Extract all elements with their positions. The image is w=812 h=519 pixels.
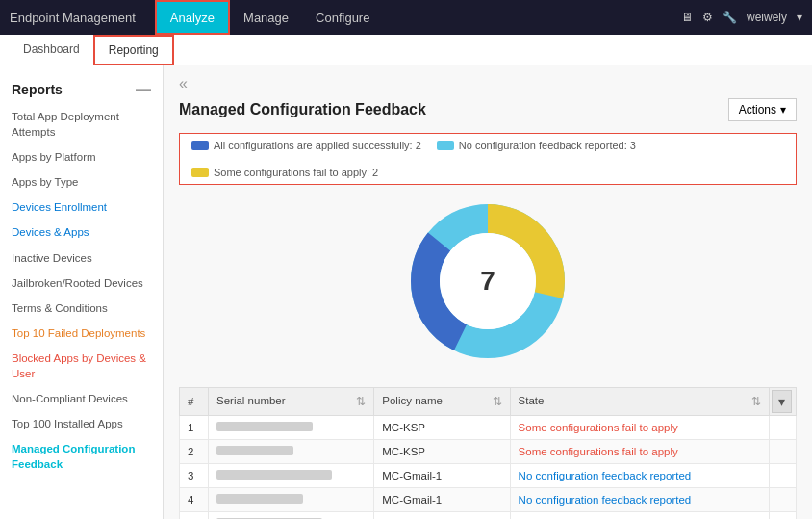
cell-state: No configuration feedback reported [510, 464, 769, 488]
cell-serial [209, 512, 374, 520]
cell-serial [209, 488, 374, 512]
gear-icon[interactable]: ⚙ [702, 11, 713, 24]
tab-reporting[interactable]: Reporting [93, 35, 174, 65]
sidebar: Reports — Total App Deployment Attempts … [0, 65, 164, 519]
legend-dot-no-feedback [437, 141, 454, 150]
sort-policy-icon: ⇅ [493, 395, 502, 408]
sidebar-item-top10-failed[interactable]: Top 10 Failed Deployments [0, 321, 163, 346]
legend-dot-applied [191, 141, 209, 150]
cell-serial [209, 464, 374, 488]
cell-num: 5 [180, 512, 209, 520]
sidebar-item-blocked-apps[interactable]: Blocked Apps by Devices & User [0, 346, 163, 386]
cell-state: Some configurations fail to apply [510, 416, 769, 440]
main-layout: Reports — Total App Deployment Attempts … [0, 65, 812, 519]
table-row: 2MC-KSPSome configurations fail to apply [180, 440, 797, 464]
sort-state-icon: ⇅ [751, 395, 761, 408]
top-navigation: Endpoint Management Analyze Manage Confi… [0, 0, 812, 35]
sidebar-item-devices-enrollment[interactable]: Devices Enrollment [0, 195, 163, 220]
cell-state: No configuration feedback reported [510, 488, 769, 512]
sidebar-item-non-compliant[interactable]: Non-Compliant Devices [0, 386, 163, 411]
sidebar-toggle[interactable]: — [136, 81, 151, 98]
sidebar-item-terms[interactable]: Terms & Conditions [0, 296, 163, 321]
sort-serial-icon: ⇅ [356, 395, 366, 408]
cell-empty [770, 464, 797, 488]
table-row: 4MC-Gmail-1No configuration feedback rep… [180, 488, 797, 512]
nav-configure[interactable]: Configure [302, 0, 383, 35]
collapse-icon[interactable]: « [179, 75, 797, 92]
actions-button[interactable]: Actions ▾ [728, 98, 797, 121]
col-scroll[interactable]: ▾ [770, 388, 797, 416]
legend-box: All configurations are applied successfu… [179, 133, 797, 185]
wrench-icon[interactable]: 🔧 [723, 11, 737, 24]
chart-area: 7 [179, 195, 797, 368]
sidebar-item-devices-apps[interactable]: Devices & Apps [0, 220, 163, 245]
legend-item-no-feedback: No configuration feedback reported: 3 [437, 140, 636, 151]
table-row: 3MC-Gmail-1No configuration feedback rep… [180, 464, 797, 488]
monitor-icon[interactable]: 🖥 [681, 11, 693, 24]
cell-state: No configuration feedback reported [510, 512, 769, 520]
cell-policy: MC-Gmail-1 [374, 488, 510, 512]
legend-item-applied: All configurations are applied successfu… [191, 140, 421, 151]
sidebar-item-jailbroken[interactable]: Jailbroken/Rooted Devices [0, 271, 163, 296]
col-state[interactable]: State ⇅ [510, 388, 769, 416]
sidebar-item-top100[interactable]: Top 100 Installed Apps [0, 411, 163, 436]
donut-chart: 7 [401, 195, 574, 368]
sidebar-item-apps-platform[interactable]: Apps by Platform [0, 144, 163, 169]
sidebar-item-inactive[interactable]: Inactive Devices [0, 246, 163, 271]
col-num: # [180, 388, 209, 416]
actions-dropdown-icon: ▾ [780, 103, 786, 117]
table-row: 5MC-Gmail-1No configuration feedback rep… [180, 512, 797, 520]
page-title-text: Managed Configuration Feedback [179, 101, 426, 118]
main-content: « Managed Configuration Feedback Actions… [164, 65, 812, 519]
tab-dashboard[interactable]: Dashboard [10, 35, 93, 65]
page-title-row: Managed Configuration Feedback Actions ▾ [179, 98, 797, 121]
sub-navigation: Dashboard Reporting [0, 35, 812, 65]
cell-empty [770, 416, 797, 440]
username-label: weiwely [747, 11, 787, 24]
cell-policy: MC-Gmail-1 [374, 512, 510, 520]
sidebar-item-managed-config[interactable]: Managed Configuration Feedback [0, 436, 163, 477]
legend-item-fail: Some configurations fail to apply: 2 [191, 167, 378, 178]
sidebar-item-apps-type[interactable]: Apps by Type [0, 169, 163, 195]
nav-analyze[interactable]: Analyze [155, 0, 230, 35]
table-row: 1MC-KSPSome configurations fail to apply [180, 416, 797, 440]
sidebar-title: Reports — [0, 75, 163, 104]
cell-state: Some configurations fail to apply [510, 440, 769, 464]
cell-serial [209, 416, 374, 440]
brand-label: Endpoint Management [10, 11, 136, 25]
donut-center-value: 7 [480, 266, 495, 297]
cell-empty [770, 512, 797, 520]
nav-manage[interactable]: Manage [230, 0, 302, 35]
cell-empty [770, 488, 797, 512]
cell-policy: MC-KSP [374, 416, 510, 440]
cell-num: 3 [180, 464, 209, 488]
col-serial[interactable]: Serial number ⇅ [209, 388, 374, 416]
cell-serial [209, 440, 374, 464]
top-nav-icons: 🖥 ⚙ 🔧 weiwely ▾ [681, 11, 802, 24]
cell-num: 1 [180, 416, 209, 440]
legend-label-applied: All configurations are applied successfu… [214, 140, 421, 151]
table-wrapper: # Serial number ⇅ Policy name ⇅ State [179, 387, 797, 519]
cell-policy: MC-KSP [374, 440, 510, 464]
data-table: # Serial number ⇅ Policy name ⇅ State [179, 387, 797, 519]
col-policy[interactable]: Policy name ⇅ [374, 388, 510, 416]
cell-num: 4 [180, 488, 209, 512]
legend-label-fail: Some configurations fail to apply: 2 [214, 167, 378, 178]
legend-dot-fail [191, 168, 209, 177]
legend-label-no-feedback: No configuration feedback reported: 3 [459, 140, 636, 151]
sidebar-item-total-app[interactable]: Total App Deployment Attempts [0, 104, 163, 144]
cell-empty [770, 440, 797, 464]
cell-num: 2 [180, 440, 209, 464]
cell-policy: MC-Gmail-1 [374, 464, 510, 488]
table-scroll-button[interactable]: ▾ [772, 390, 792, 413]
user-dropdown-icon[interactable]: ▾ [797, 11, 802, 24]
